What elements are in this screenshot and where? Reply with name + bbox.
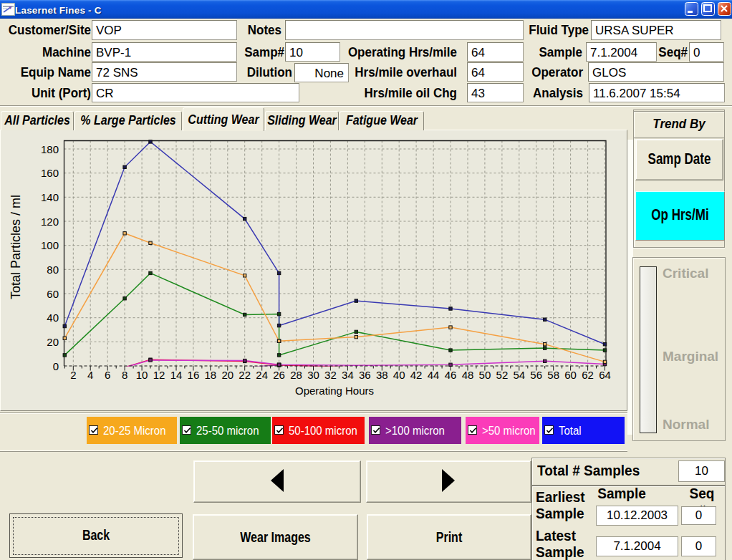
svg-text:18: 18 [204,369,216,381]
svg-text:16: 16 [188,369,200,381]
svg-text:26: 26 [273,369,285,381]
svg-text:30: 30 [307,369,319,381]
svg-text:34: 34 [342,369,354,381]
svg-text:24: 24 [256,369,268,381]
svg-text:52: 52 [496,369,509,381]
svg-text:12: 12 [153,369,165,381]
svg-text:36: 36 [359,369,371,381]
svg-text:60: 60 [564,369,577,381]
svg-text:32: 32 [324,369,337,381]
svg-text:38: 38 [376,369,388,381]
svg-text:180: 180 [41,143,59,155]
svg-text:140: 140 [41,191,59,203]
svg-text:8: 8 [122,369,127,381]
svg-text:44: 44 [428,369,440,381]
svg-text:50: 50 [479,369,491,381]
svg-text:0: 0 [53,360,59,372]
svg-text:54: 54 [513,369,525,381]
svg-text:6: 6 [105,369,110,381]
svg-text:Total Particles / ml: Total Particles / ml [9,195,23,299]
svg-text:10: 10 [136,369,148,381]
svg-text:40: 40 [393,369,405,381]
svg-text:120: 120 [41,216,59,228]
svg-text:56: 56 [530,369,542,381]
svg-text:46: 46 [445,369,457,381]
svg-text:58: 58 [547,369,559,381]
svg-text:42: 42 [410,369,423,381]
svg-text:20: 20 [47,336,59,348]
svg-text:48: 48 [462,369,474,381]
svg-text:4: 4 [87,369,93,381]
svg-text:28: 28 [290,369,302,381]
svg-text:Operating Hours: Operating Hours [295,385,374,397]
svg-text:62: 62 [582,369,594,381]
svg-text:160: 160 [41,167,59,179]
svg-text:22: 22 [239,369,251,381]
svg-text:64: 64 [599,369,611,381]
svg-text:40: 40 [47,312,59,324]
svg-text:14: 14 [170,369,183,381]
svg-text:80: 80 [47,264,59,276]
svg-text:60: 60 [47,288,59,300]
svg-text:100: 100 [41,239,59,251]
svg-text:20: 20 [221,369,233,381]
svg-text:2: 2 [70,369,76,381]
